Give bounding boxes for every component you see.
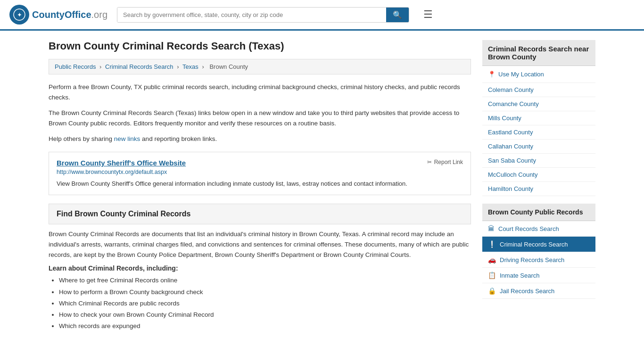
- search-button[interactable]: 🔍: [386, 8, 409, 22]
- link-card-desc: View Brown County Sheriff's Office gener…: [57, 179, 463, 189]
- page-title: Brown County Criminal Records Search (Te…: [49, 40, 471, 52]
- use-location-button[interactable]: 📍 Use My Location: [482, 66, 595, 83]
- record-items-list: 🏛Court Records Search❕Criminal Records S…: [482, 221, 595, 299]
- report-link-button[interactable]: ✂ Report Link: [427, 159, 463, 165]
- link-card-url[interactable]: http://www.browncountytx.org/default.asp…: [57, 169, 463, 175]
- breadcrumb-public-records[interactable]: Public Records: [55, 63, 96, 70]
- search-bar: 🔍: [117, 7, 409, 23]
- record-icon: 🔒: [488, 287, 496, 295]
- public-records-section: Brown County Public Records 🏛Court Recor…: [482, 204, 595, 299]
- description-2: The Brown County Criminal Records Search…: [49, 108, 471, 128]
- list-item: How to check your own Brown County Crimi…: [59, 309, 471, 321]
- sidebar-county-link[interactable]: Mills County: [482, 111, 595, 125]
- svg-text:✦: ✦: [17, 11, 22, 18]
- learn-list: Where to get free Criminal Records onlin…: [49, 275, 471, 332]
- record-label: Court Records Search: [498, 225, 559, 232]
- sidebar-record-link[interactable]: ❕Criminal Records Search: [482, 237, 595, 252]
- learn-heading: Learn about Criminal Records, including:: [49, 264, 471, 272]
- sidebar-record-link[interactable]: 🏛Court Records Search: [482, 221, 595, 237]
- sidebar: Criminal Records Search near Brown Count…: [482, 40, 595, 332]
- record-label: Driving Records Search: [500, 256, 564, 263]
- header: ✦ CountyOffice.org 🔍 ☰: [0, 0, 644, 31]
- list-item: How to perform a Brown County background…: [59, 287, 471, 298]
- sidebar-county-link[interactable]: San Saba County: [482, 154, 595, 168]
- nearby-section: Criminal Records Search near Brown Count…: [482, 40, 595, 196]
- search-input[interactable]: [117, 8, 386, 22]
- record-label: Inmate Search: [500, 272, 540, 279]
- list-item: Where to get free Criminal Records onlin…: [59, 275, 471, 286]
- breadcrumb-current: Brown County: [209, 63, 248, 70]
- link-card-title[interactable]: Brown County Sheriff's Office Website: [57, 159, 186, 167]
- sidebar-county-link[interactable]: Comanche County: [482, 97, 595, 111]
- sidebar-county-link[interactable]: Eastland County: [482, 125, 595, 140]
- nearby-counties-list: Coleman CountyComanche CountyMills Count…: [482, 83, 595, 196]
- record-icon: ❕: [488, 240, 496, 248]
- list-item: Which records are expunged: [59, 321, 471, 332]
- sidebar-county-link[interactable]: Coleman County: [482, 83, 595, 97]
- logo-text: CountyOffice.org: [32, 9, 107, 20]
- description-1: Perform a free Brown County, TX public c…: [49, 82, 471, 102]
- list-item: Which Criminal Records are public record…: [59, 298, 471, 309]
- find-section-body: Brown County Criminal Records are docume…: [49, 229, 471, 260]
- breadcrumb-texas[interactable]: Texas: [182, 63, 198, 70]
- location-icon: 📍: [488, 71, 495, 78]
- public-records-header: Brown County Public Records: [482, 204, 595, 221]
- sidebar-county-link[interactable]: Callahan County: [482, 140, 595, 154]
- description-3: Help others by sharing new links and rep…: [49, 134, 471, 144]
- sidebar-record-link[interactable]: 📋Inmate Search: [482, 268, 595, 283]
- find-section-title: Find Brown County Criminal Records: [57, 210, 463, 218]
- record-icon: 🏛: [488, 225, 495, 232]
- sidebar-record-link[interactable]: 🚗Driving Records Search: [482, 252, 595, 268]
- sidebar-record-link[interactable]: 🔒Jail Records Search: [482, 283, 595, 299]
- nearby-header: Criminal Records Search near Brown Count…: [482, 40, 595, 66]
- main-content: Brown County Criminal Records Search (Te…: [49, 40, 471, 332]
- logo-icon: ✦: [9, 5, 29, 25]
- logo[interactable]: ✦ CountyOffice.org: [9, 5, 107, 25]
- menu-icon[interactable]: ☰: [423, 8, 433, 21]
- record-icon: 🚗: [488, 256, 496, 263]
- sidebar-county-link[interactable]: Hamilton County: [482, 182, 595, 196]
- sidebar-county-link[interactable]: McCulloch County: [482, 168, 595, 182]
- record-icon: 📋: [488, 272, 496, 279]
- breadcrumb-criminal-records-search[interactable]: Criminal Records Search: [105, 63, 173, 70]
- find-section-header: Find Brown County Criminal Records: [49, 204, 471, 224]
- record-label: Criminal Records Search: [500, 241, 568, 248]
- new-links-link[interactable]: new links: [114, 135, 140, 142]
- report-icon: ✂: [427, 159, 432, 165]
- link-card: Brown County Sheriff's Office Website ✂ …: [49, 152, 471, 196]
- breadcrumb: Public Records › Criminal Records Search…: [49, 59, 471, 74]
- page-wrapper: Brown County Criminal Records Search (Te…: [39, 31, 605, 342]
- record-label: Jail Records Search: [500, 288, 554, 295]
